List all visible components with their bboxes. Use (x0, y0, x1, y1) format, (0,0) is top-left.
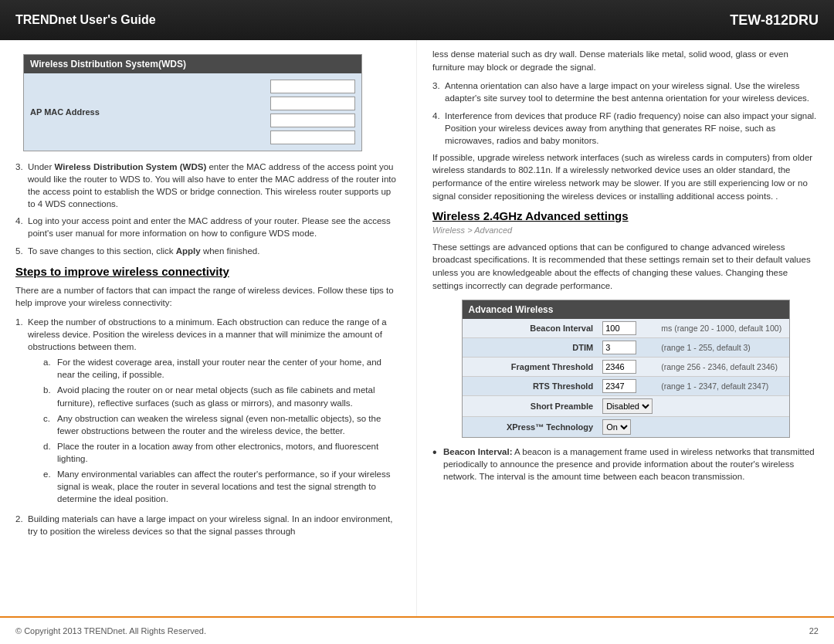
breadcrumb: Wireless > Advanced (432, 225, 819, 235)
wds-step-3: 3. Under Wireless Distribution System (W… (15, 161, 401, 210)
adv-input-fragment[interactable] (602, 360, 636, 374)
adv-val-dtim (599, 338, 658, 357)
main-content: Wireless Distribution System(WDS) AP MAC… (0, 40, 834, 616)
bullet-section: • Beacon Interval: A beacon is a managem… (432, 446, 819, 483)
adv-row-rts: RTS Threshold (range 1 - 2347, default 2… (463, 377, 789, 396)
wds-table-header: Wireless Distribution System(WDS) (24, 55, 361, 73)
wds-mac-input-4[interactable] (270, 130, 355, 144)
right-item-3-text: Antenna orientation can also have a larg… (445, 80, 819, 104)
adv-desc-fragment: (range 256 - 2346, default 2346) (658, 360, 788, 374)
wds-ap-mac-label: AP MAC Address (30, 107, 100, 117)
sub-text-c: Any obstruction can weaken the wireless … (57, 412, 401, 437)
adv-row-dtim: DTIM (range 1 - 255, default 3) (463, 338, 789, 358)
adv-val-preamble: Disabled Enabled (599, 396, 658, 416)
wds-step-4: 4. Log into your access point and enter … (15, 215, 401, 239)
adv-desc-beacon: ms (range 20 - 1000, default 100) (658, 321, 788, 335)
adv-label-fragment: Fragment Threshold (463, 359, 600, 375)
sub-item-e: e. Many environmental variables can affe… (43, 468, 401, 505)
wireless-step-2: 2. Building materials can have a large i… (15, 513, 401, 537)
right-item-4: 4. Interference from devices that produc… (432, 110, 819, 147)
step-5-text: To save changes to this section, click A… (28, 245, 401, 257)
sub-text-e: Many environmental variables can affect … (57, 468, 401, 505)
wireless-steps-heading: Steps to improve wireless connectivity (15, 265, 401, 278)
right-column: less dense material such as dry wall. De… (417, 40, 834, 616)
bullet-beacon: • Beacon Interval: A beacon is a managem… (432, 446, 819, 483)
adv-val-beacon (599, 319, 658, 337)
wireless-step-num-2: 2. (15, 513, 28, 537)
sub-text-a: For the widest coverage area, install yo… (57, 356, 401, 381)
right-middle-para: If possible, upgrade wireless network in… (432, 151, 819, 203)
sub-letter-d: d. (43, 440, 57, 465)
adv-input-dtim[interactable] (602, 341, 636, 354)
step-4-text: Log into your access point and enter the… (28, 215, 401, 239)
wds-table-body: AP MAC Address (24, 73, 361, 151)
wireless-step-1-text: Keep the number of obstructions to a min… (28, 316, 401, 508)
header-model: TEW-812DRU (730, 12, 819, 29)
sub-text-b: Avoid placing the router on or near meta… (57, 384, 401, 408)
adv-desc-preamble (658, 404, 788, 408)
adv-label-beacon: Beacon Interval (463, 320, 600, 336)
bullet-beacon-text: Beacon Interval: A beacon is a managemen… (443, 446, 819, 483)
adv-table-header: Advanced Wireless (463, 300, 789, 319)
footer-page-number: 22 (809, 626, 819, 636)
step-num-5: 5. (15, 245, 28, 257)
advanced-wireless-table: Advanced Wireless Beacon Interval ms (ra… (462, 300, 790, 438)
wds-mac-input-3[interactable] (270, 114, 355, 127)
sub-item-b: b. Avoid placing the router on or near m… (43, 384, 401, 408)
right-item-3: 3. Antenna orientation can also have a l… (432, 80, 819, 104)
adv-settings-heading: Wireless 2.4GHz Advanced settings (432, 209, 819, 222)
header: TRENDnet User's Guide TEW-812DRU (0, 0, 834, 40)
wds-inputs-container (270, 80, 355, 144)
header-title: TRENDnet User's Guide (15, 13, 156, 27)
adv-select-preamble[interactable]: Disabled Enabled (602, 398, 653, 414)
right-item-num-3: 3. (432, 80, 445, 104)
adv-settings-intro: These settings are advanced options that… (432, 241, 819, 293)
sub-item-d: d. Place the router in a location away f… (43, 440, 401, 465)
adv-val-fragment (599, 358, 658, 376)
step-num-3: 3. (15, 161, 28, 210)
sub-letter-b: b. (43, 384, 57, 408)
wireless-step-2-text: Building materials can have a large impa… (28, 513, 401, 537)
right-cont-text: less dense material such as dry wall. De… (432, 48, 819, 73)
adv-desc-xpress (658, 425, 788, 429)
wireless-step-1: 1. Keep the number of obstructions to a … (15, 316, 401, 508)
adv-label-preamble: Short Preamble (463, 398, 600, 414)
adv-row-fragment: Fragment Threshold (range 256 - 2346, de… (463, 358, 789, 377)
adv-val-xpress: On Off (599, 417, 658, 437)
step-num-4: 4. (15, 215, 28, 239)
adv-label-xpress: XPress™ Technology (463, 419, 600, 435)
adv-desc-rts: (range 1 - 2347, default 2347) (658, 379, 788, 393)
wds-table: Wireless Distribution System(WDS) AP MAC… (23, 54, 362, 151)
adv-val-rts (599, 377, 658, 395)
adv-row-beacon: Beacon Interval ms (range 20 - 1000, def… (463, 319, 789, 338)
wds-mac-input-2[interactable] (270, 97, 355, 110)
adv-input-rts[interactable] (602, 379, 636, 393)
adv-row-xpress: XPress™ Technology On Off (463, 417, 789, 437)
sub-item-c: c. Any obstruction can weaken the wirele… (43, 412, 401, 437)
sub-item-a: a. For the widest coverage area, install… (43, 356, 401, 381)
sub-letter-e: e. (43, 468, 57, 505)
adv-row-preamble: Short Preamble Disabled Enabled (463, 396, 789, 417)
step-3-text: Under Wireless Distribution System (WDS)… (28, 161, 401, 210)
adv-label-dtim: DTIM (463, 340, 600, 355)
left-column: Wireless Distribution System(WDS) AP MAC… (0, 40, 417, 616)
wds-steps: 3. Under Wireless Distribution System (W… (15, 161, 401, 257)
adv-input-beacon[interactable] (602, 321, 636, 335)
bullet-icon: • (432, 446, 443, 483)
adv-select-xpress[interactable]: On Off (602, 419, 631, 435)
sub-items-1: a. For the widest coverage area, install… (43, 356, 401, 505)
adv-desc-dtim: (range 1 - 255, default 3) (658, 341, 788, 354)
sub-text-d: Place the router in a location away from… (57, 440, 401, 465)
footer-copyright: © Copyright 2013 TRENDnet. All Rights Re… (15, 626, 206, 636)
wireless-step-num-1: 1. (15, 316, 28, 508)
sub-letter-a: a. (43, 356, 57, 381)
wds-mac-input-1[interactable] (270, 80, 355, 93)
right-item-num-4: 4. (432, 110, 445, 147)
right-item-4-text: Interference from devices that produce R… (445, 110, 819, 147)
adv-label-rts: RTS Threshold (463, 378, 600, 394)
sub-letter-c: c. (43, 412, 57, 437)
wireless-steps-intro: There are a number of factors that can i… (15, 284, 401, 310)
footer: © Copyright 2013 TRENDnet. All Rights Re… (0, 616, 834, 644)
wds-step-5: 5. To save changes to this section, clic… (15, 245, 401, 257)
